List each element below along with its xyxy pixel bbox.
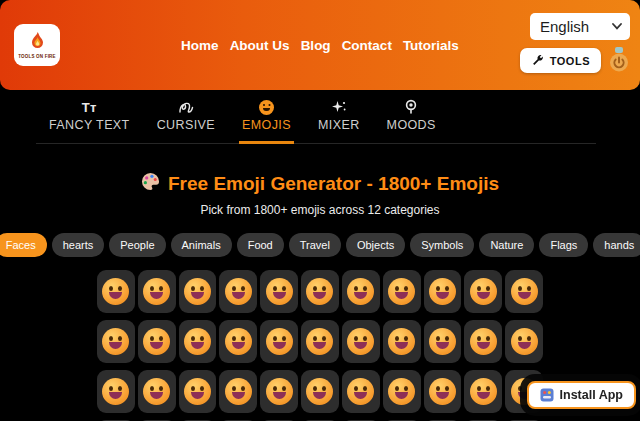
emoji-cell[interactable]	[383, 370, 421, 413]
logo[interactable]: TOOLS ON FIRE	[14, 24, 60, 66]
emoji-cell[interactable]	[138, 370, 176, 413]
category-pill-animals[interactable]: Animals	[171, 233, 232, 257]
tab-label: EMOJIS	[242, 118, 291, 132]
page-subtitle: Pick from 1800+ emojis across 12 categor…	[0, 203, 640, 217]
nav-item-about-us[interactable]: About Us	[230, 38, 290, 53]
category-pill-hearts[interactable]: hearts	[52, 233, 105, 257]
category-pill-hands[interactable]: hands	[593, 233, 640, 257]
emoji-face	[184, 278, 211, 305]
nav-item-tutorials[interactable]: Tutorials	[403, 38, 459, 53]
emoji-face	[143, 328, 170, 355]
emoji-cell[interactable]	[260, 370, 298, 413]
language-select[interactable]: English	[530, 13, 630, 40]
emoji-face	[143, 278, 170, 305]
emoji-face	[429, 378, 456, 405]
category-pill-objects[interactable]: Objects	[346, 233, 405, 257]
emoji-cell[interactable]	[97, 270, 135, 313]
emoji-face	[388, 278, 415, 305]
category-pill-food[interactable]: Food	[237, 233, 284, 257]
emoji-cell[interactable]	[464, 370, 502, 413]
tool-tabbar: TᴛFANCY TEXT CURSIVEEMOJIS MIXER MOODS	[36, 93, 596, 144]
emoji-cell[interactable]	[179, 370, 217, 413]
emoji-cell[interactable]	[383, 320, 421, 363]
chevron-down-icon	[612, 23, 622, 30]
category-pill-people[interactable]: People	[109, 233, 165, 257]
pin-icon	[403, 99, 419, 115]
emoji-cell[interactable]	[342, 320, 380, 363]
emoji-cell[interactable]	[219, 370, 257, 413]
tab-label: MIXER	[318, 118, 360, 132]
emoji-face	[102, 328, 129, 355]
emoji-face	[102, 278, 129, 305]
tab-label: CURSIVE	[157, 118, 215, 132]
emoji-face	[347, 278, 374, 305]
emoji-cell[interactable]	[424, 370, 462, 413]
language-selected: English	[540, 18, 589, 35]
emoji-cell[interactable]	[505, 320, 543, 363]
emoji-face	[388, 328, 415, 355]
tools-button-label: TOOLS	[550, 55, 590, 67]
emoji-cell[interactable]	[424, 320, 462, 363]
emoji-cell[interactable]	[301, 320, 339, 363]
emoji-cell[interactable]	[97, 320, 135, 363]
emoji-cell[interactable]	[424, 270, 462, 313]
emoji-cell[interactable]	[342, 370, 380, 413]
emoji-cell[interactable]	[97, 370, 135, 413]
emoji-face	[102, 378, 129, 405]
tab-label: MOODS	[387, 118, 436, 132]
emoji-cell[interactable]	[383, 270, 421, 313]
wrench-icon	[531, 54, 544, 67]
emoji-face	[184, 328, 211, 355]
emoji-cell[interactable]	[179, 270, 217, 313]
emoji-face	[306, 378, 333, 405]
emoji-face	[143, 378, 170, 405]
emoji-face	[225, 378, 252, 405]
flame-icon	[31, 32, 44, 53]
install-app-label: Install App	[560, 388, 623, 402]
emoji-cell[interactable]	[260, 270, 298, 313]
emoji-cell[interactable]	[342, 270, 380, 313]
page-title: Free Emoji Generator - 1800+ Emojis	[168, 173, 499, 195]
emoji-cell[interactable]	[260, 320, 298, 363]
logo-text: TOOLS ON FIRE	[18, 54, 56, 59]
nav-item-home[interactable]: Home	[181, 38, 219, 53]
tab-fancy-text[interactable]: TᴛFANCY TEXT	[46, 99, 133, 144]
category-pill-nature[interactable]: Nature	[479, 233, 534, 257]
header: TOOLS ON FIRE HomeAbout UsBlogContactTut…	[0, 0, 640, 90]
tools-button[interactable]: TOOLS	[520, 48, 601, 73]
emoji-face	[306, 278, 333, 305]
category-pill-travel[interactable]: Travel	[289, 233, 341, 257]
emoji-cell[interactable]	[219, 270, 257, 313]
tab-moods[interactable]: MOODS	[384, 99, 439, 144]
emoji-cell[interactable]	[464, 320, 502, 363]
emoji-face	[470, 378, 497, 405]
emoji-face	[184, 378, 211, 405]
emoji-face	[429, 328, 456, 355]
emoji-face	[266, 378, 293, 405]
emoji-cell[interactable]	[505, 270, 543, 313]
tab-label: FANCY TEXT	[49, 118, 130, 132]
main-nav: HomeAbout UsBlogContactTutorials	[181, 38, 459, 53]
category-pill-symbols[interactable]: Symbols	[410, 233, 474, 257]
emoji-cell[interactable]	[219, 320, 257, 363]
emoji-cell[interactable]	[138, 320, 176, 363]
emoji-cell[interactable]	[179, 320, 217, 363]
category-pills: FacesheartsPeopleAnimalsFoodTravelObject…	[0, 233, 640, 257]
emoji-cell[interactable]	[301, 370, 339, 413]
emoji-face	[347, 328, 374, 355]
theme-toggle-bulb-icon[interactable]	[608, 47, 630, 74]
nav-item-blog[interactable]: Blog	[301, 38, 331, 53]
cursive-icon	[177, 100, 195, 115]
tab-mixer[interactable]: MIXER	[315, 99, 363, 144]
emoji-cell[interactable]	[464, 270, 502, 313]
category-pill-flags[interactable]: Flags	[539, 233, 588, 257]
emoji-cell[interactable]	[138, 270, 176, 313]
sparkle-icon	[331, 100, 347, 115]
emoji-face	[306, 328, 333, 355]
tab-cursive[interactable]: CURSIVE	[154, 99, 218, 144]
nav-item-contact[interactable]: Contact	[342, 38, 392, 53]
tab-emojis[interactable]: EMOJIS	[239, 99, 294, 144]
category-pill-faces[interactable]: Faces	[0, 233, 47, 257]
install-app-button[interactable]: Install App	[527, 381, 636, 409]
emoji-cell[interactable]	[301, 270, 339, 313]
